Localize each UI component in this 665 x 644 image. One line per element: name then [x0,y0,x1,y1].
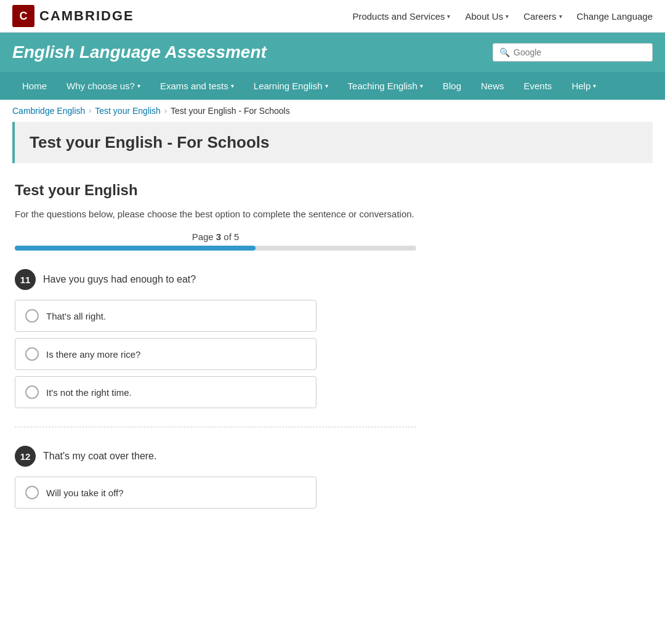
breadcrumb-sep-1: › [89,107,91,115]
progress-bar [15,246,416,251]
logo-text: CAMBRIDGE [39,8,134,24]
page-title: Test your English - For Schools [30,133,638,152]
nav-products-services[interactable]: Products and Services ▾ [352,11,450,22]
question-11-header: 11 Have you guys had enough to eat? [15,269,416,290]
page-current: 3 [216,231,221,242]
quiz-instruction: For the questions below, please choose t… [15,209,416,219]
question-11-text: Have you guys had enough to eat? [43,274,196,285]
search-box[interactable]: 🔍 [493,43,653,62]
radio-q11-b [25,347,39,361]
careers-caret-icon: ▾ [559,13,562,20]
question-12-header: 12 That's my coat over there. [15,446,416,467]
logo-area: C CAMBRIDGE [12,5,134,27]
question-11-number: 11 [15,269,36,290]
search-icon: 🔍 [499,47,510,57]
breadcrumb-current: Test your English - For Schools [171,106,290,116]
nav-learning-english[interactable]: Learning English ▾ [244,72,338,100]
breadcrumb-sep-2: › [164,107,167,115]
radio-q12-a [25,486,39,499]
question-divider [15,427,416,427]
question-12-block: 12 That's my coat over there. Will you t… [15,446,416,509]
cambridge-shield-icon: C [12,5,34,27]
svg-text:C: C [20,10,28,22]
teal-header: English Language Assessment 🔍 [0,33,665,72]
products-caret-icon: ▾ [447,13,450,20]
site-title: English Language Assessment [12,42,267,62]
question-11-option-3[interactable]: It's not the right time. [15,376,316,408]
exams-caret-icon: ▾ [231,83,234,89]
about-caret-icon: ▾ [506,13,509,20]
q11-answer-3-text: It's not the right time. [46,387,132,398]
radio-q11-a [25,309,39,323]
breadcrumb: Cambridge English › Test your English › … [0,100,665,122]
radio-q11-c [25,385,39,399]
why-caret-icon: ▾ [137,83,140,89]
breadcrumb-cambridge-english[interactable]: Cambridge English [12,106,85,116]
search-input[interactable] [514,47,646,57]
help-caret-icon: ▾ [593,83,596,89]
question-12-option-1[interactable]: Will you take it off? [15,477,316,509]
question-11-block: 11 Have you guys had enough to eat? That… [15,269,416,408]
nav-why-choose-us[interactable]: Why choose us? ▾ [57,72,150,100]
question-12-number: 12 [15,446,36,467]
nav-about-us[interactable]: About Us ▾ [465,11,509,22]
nav-help[interactable]: Help ▾ [562,72,606,100]
question-11-option-1[interactable]: That's all right. [15,300,316,332]
top-bar: C CAMBRIDGE Products and Services ▾ Abou… [0,0,665,33]
nav-news[interactable]: News [471,72,514,100]
nav-careers[interactable]: Careers ▾ [523,11,562,22]
nav-events[interactable]: Events [514,72,562,100]
nav-change-language[interactable]: Change Language [577,11,653,22]
page-title-banner: Test your English - For Schools [12,122,653,163]
question-11-option-2[interactable]: Is there any more rice? [15,338,316,370]
nav-home[interactable]: Home [12,72,57,100]
nav-bar: Home Why choose us? ▾ Exams and tests ▾ … [0,72,665,100]
q11-answer-2-text: Is there any more rice? [46,349,140,360]
main-content: Test your English For the questions belo… [0,163,431,545]
progress-bar-fill [15,246,256,251]
nav-blog[interactable]: Blog [433,72,471,100]
nav-teaching-english[interactable]: Teaching English ▾ [338,72,433,100]
page-label: Page [192,231,216,242]
page-info: Page 3 of 5 [15,231,416,242]
teaching-caret-icon: ▾ [420,83,423,89]
breadcrumb-test-your-english[interactable]: Test your English [95,106,161,116]
page-total: 5 [234,231,239,242]
nav-exams-tests[interactable]: Exams and tests ▾ [150,72,244,100]
question-12-text: That's my coat over there. [43,451,156,462]
quiz-heading: Test your English [15,182,416,199]
q12-answer-1-text: Will you take it off? [46,488,124,498]
learning-caret-icon: ▾ [325,83,328,89]
q11-answer-1-text: That's all right. [46,311,106,321]
top-nav: Products and Services ▾ About Us ▾ Caree… [352,11,653,22]
